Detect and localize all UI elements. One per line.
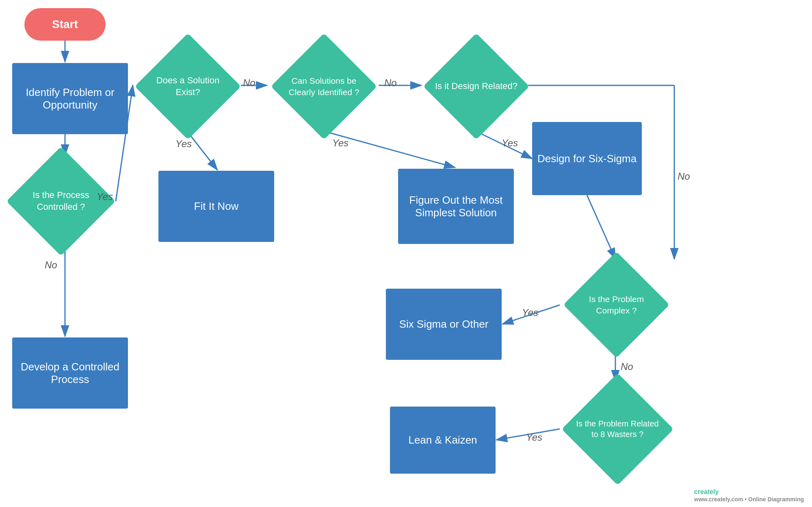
- no-label-process-to-develop: No: [45, 259, 57, 271]
- identify-problem-label: Identify Problem or Opportunity: [12, 86, 128, 111]
- develop-controlled-label: Develop a Controlled Process: [12, 361, 128, 386]
- no-label-can-to-design: No: [384, 77, 397, 89]
- watermark: creately www.creately.com • Online Diagr…: [694, 488, 804, 503]
- is-problem-complex-label: Is the Problem Complex ?: [572, 294, 661, 316]
- six-sigma-other-rect: Six Sigma or Other: [386, 289, 502, 360]
- yes-label-design-to-dsigma: Yes: [502, 137, 518, 149]
- lean-kaizen-rect: Lean & Kaizen: [390, 407, 496, 474]
- can-solutions-label: Can Solutions be Clearly Identified ?: [279, 75, 369, 98]
- is-problem-related-diamond: Is the Problem Related to 8 Wasters ?: [561, 382, 674, 476]
- diagram-container: Start Identify Problem or Opportunity Is…: [0, 0, 812, 507]
- does-solution-exist-diamond: Does a Solution Exist?: [134, 41, 242, 132]
- figure-out-label: Figure Out the Most Simplest Solution: [398, 194, 514, 219]
- brand-name: creately: [694, 488, 719, 495]
- can-solutions-diamond: Can Solutions be Clearly Identified ?: [268, 41, 380, 132]
- design-six-sigma-label: Design for Six-Sigma: [537, 152, 637, 165]
- is-problem-related-label: Is the Problem Related to 8 Wasters ?: [572, 418, 663, 440]
- fit-it-now-label: Fit It Now: [194, 200, 239, 213]
- is-process-controlled-label: Is the Process Controlled ?: [14, 189, 108, 213]
- develop-controlled-rect: Develop a Controlled Process: [12, 337, 128, 409]
- yes-label-can-to-figure: Yes: [332, 137, 349, 149]
- lean-kaizen-label: Lean & Kaizen: [408, 434, 477, 446]
- start-node: Start: [24, 8, 106, 41]
- does-solution-exist-label: Does a Solution Exist?: [145, 75, 231, 98]
- svg-line-12: [587, 195, 615, 259]
- six-sigma-other-label: Six Sigma or Other: [399, 318, 489, 331]
- no-label-complex-to-related: No: [621, 361, 633, 372]
- design-six-sigma-rect: Design for Six-Sigma: [532, 122, 642, 195]
- start-label: Start: [52, 18, 78, 31]
- yes-label-solution-to-fit: Yes: [175, 138, 192, 150]
- identify-problem-rect: Identify Problem or Opportunity: [12, 63, 128, 134]
- svg-line-7: [323, 131, 455, 168]
- yes-label-complex-to-sigma: Yes: [522, 307, 538, 318]
- svg-line-5: [187, 131, 217, 170]
- no-label-solution-to-can: No: [243, 77, 256, 89]
- is-problem-complex-diamond: Is the Problem Complex ?: [561, 259, 672, 350]
- figure-out-rect: Figure Out the Most Simplest Solution: [398, 169, 514, 244]
- watermark-url: www.creately.com • Online Diagramming: [694, 496, 804, 503]
- yes-label-process-to-solution: Yes: [97, 191, 113, 202]
- is-design-related-diamond: Is it Design Related?: [422, 41, 530, 132]
- no-label-design-to-complex: No: [678, 171, 690, 182]
- yes-label-related-to-lean: Yes: [526, 432, 542, 443]
- fit-it-now-rect: Fit It Now: [158, 171, 274, 242]
- is-design-related-label: Is it Design Related?: [433, 81, 520, 92]
